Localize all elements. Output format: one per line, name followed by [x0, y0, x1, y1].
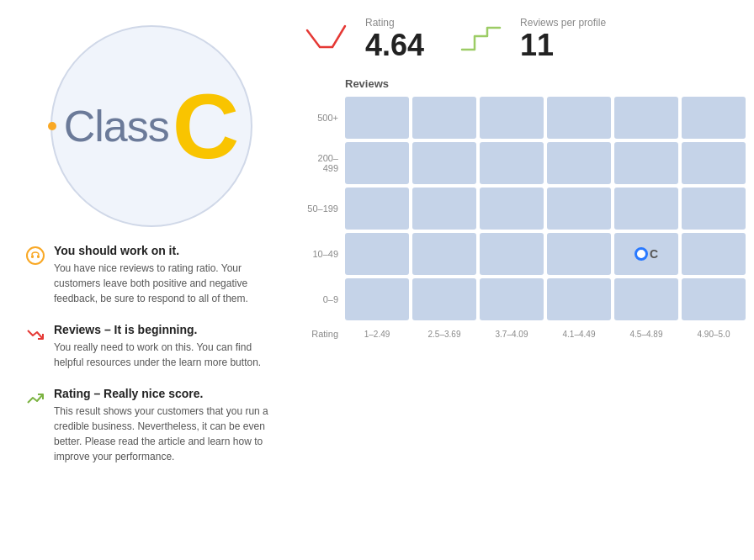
cell-4-4 — [614, 278, 678, 320]
dot-indicator — [48, 122, 56, 130]
matrix-cells-3: C — [345, 233, 746, 275]
reviews-info: Reviews per profile 11 — [520, 17, 606, 61]
cell-2-3 — [547, 188, 611, 230]
insight-desc-reviews: You really need to work on this. You can… — [54, 340, 278, 370]
insight-desc-score: This result shows your customers that yo… — [54, 404, 278, 464]
rating-stat: Rating 4.64 — [303, 17, 424, 61]
reviews-label: Reviews per profile — [520, 17, 606, 29]
position-marker: C — [635, 247, 658, 261]
cell-1-0 — [345, 142, 409, 184]
row-label-3: 10–49 — [303, 249, 345, 259]
insight-content-rating: You should work on it. You have nice rev… — [54, 244, 278, 306]
stats-row: Rating 4.64 Reviews per profile 11 — [303, 17, 746, 61]
matrix-row-1: 200–499 — [303, 142, 746, 184]
cell-1-5 — [682, 142, 746, 184]
matrix-cells-2 — [345, 188, 746, 230]
matrix-row-0: 500+ — [303, 97, 746, 139]
insight-item-reviews: Reviews – It is beginning. You really ne… — [25, 323, 278, 370]
cell-3-2 — [480, 233, 544, 275]
class-letter: C — [173, 80, 239, 172]
headset-icon — [25, 246, 45, 266]
x-axis-labels: 1–2.49 2.5–3.69 3.7–4.09 4.1–4.49 4.5–4.… — [345, 330, 746, 339]
rating-value: 4.64 — [365, 30, 424, 61]
insight-content-score: Rating – Really nice score. This result … — [54, 387, 278, 464]
reviews-chart — [458, 18, 508, 60]
cell-4-0 — [345, 278, 409, 320]
cell-3-4-active: C — [614, 233, 678, 275]
marker-letter: C — [650, 247, 658, 261]
marker-dot — [635, 247, 648, 261]
matrix-row-3: 10–49 C — [303, 233, 746, 275]
cell-1-1 — [412, 142, 476, 184]
x-axis-row: Rating 1–2.49 2.5–3.69 3.7–4.09 4.1–4.49… — [303, 329, 746, 339]
trending-down-icon — [25, 325, 45, 345]
right-panel: Rating 4.64 Reviews per profile 11 Revi — [286, 17, 746, 543]
row-label-2: 50–199 — [303, 203, 345, 214]
reviews-value: 11 — [520, 30, 606, 61]
x-label-3: 4.1–4.49 — [547, 330, 611, 339]
class-prefix: Class — [64, 101, 169, 151]
cell-3-5 — [682, 233, 746, 275]
matrix-cells-4 — [345, 278, 746, 320]
cell-2-4 — [614, 188, 678, 230]
cell-1-3 — [547, 142, 611, 184]
cell-0-1 — [412, 97, 476, 139]
insight-content-reviews: Reviews – It is beginning. You really ne… — [54, 323, 278, 370]
insight-title-reviews: Reviews – It is beginning. — [54, 323, 278, 336]
left-panel: Class C You should work on it. You have — [17, 17, 286, 543]
cell-2-1 — [412, 188, 476, 230]
row-label-0: 500+ — [303, 113, 345, 123]
cell-0-4 — [614, 97, 678, 139]
cell-0-3 — [547, 97, 611, 139]
matrix-section: Reviews 500+ 200–499 — [303, 77, 746, 543]
insight-desc-rating: You have nice reviews to rating ratio. Y… — [54, 261, 278, 306]
insight-item-rating: You should work on it. You have nice rev… — [25, 244, 278, 306]
matrix-row-2: 50–199 — [303, 188, 746, 230]
x-label-5: 4.90–5.0 — [682, 330, 746, 339]
reviews-stat: Reviews per profile 11 — [458, 17, 606, 61]
cell-3-0 — [345, 233, 409, 275]
class-label: Class C — [64, 80, 239, 172]
x-label-0: 1–2.49 — [345, 330, 409, 339]
x-axis-title: Rating — [303, 329, 345, 339]
cell-0-2 — [480, 97, 544, 139]
cell-4-1 — [412, 278, 476, 320]
x-label-2: 3.7–4.09 — [480, 330, 544, 339]
matrix-container: 500+ 200–499 — [303, 97, 746, 339]
cell-4-5 — [682, 278, 746, 320]
insights-list: You should work on it. You have nice rev… — [17, 244, 286, 481]
matrix-row-4: 0–9 — [303, 278, 746, 320]
matrix-cells-0 — [345, 97, 746, 139]
cell-3-3 — [547, 233, 611, 275]
svg-rect-2 — [37, 255, 40, 258]
matrix-title: Reviews — [303, 77, 746, 90]
cell-3-1 — [412, 233, 476, 275]
insight-title-score: Rating – Really nice score. — [54, 387, 278, 400]
rating-info: Rating 4.64 — [365, 17, 424, 61]
class-circle: Class C — [50, 25, 252, 227]
svg-point-0 — [27, 247, 44, 264]
rating-label: Rating — [365, 17, 424, 29]
trending-up-icon — [25, 388, 45, 409]
x-label-1: 2.5–3.69 — [412, 330, 476, 339]
rating-chart — [303, 18, 353, 60]
row-label-4: 0–9 — [303, 294, 345, 304]
cell-1-4 — [614, 142, 678, 184]
cell-4-3 — [547, 278, 611, 320]
cell-1-2 — [480, 142, 544, 184]
x-label-4: 4.5–4.89 — [614, 330, 678, 339]
cell-2-0 — [345, 188, 409, 230]
cell-2-5 — [682, 188, 746, 230]
matrix-cells-1 — [345, 142, 746, 184]
cell-2-2 — [480, 188, 544, 230]
cell-4-2 — [480, 278, 544, 320]
insight-item-score: Rating – Really nice score. This result … — [25, 387, 278, 464]
cell-0-0 — [345, 97, 409, 139]
insight-title-rating: You should work on it. — [54, 244, 278, 257]
cell-0-5 — [682, 97, 746, 139]
row-label-1: 200–499 — [303, 153, 345, 173]
svg-rect-1 — [31, 255, 34, 258]
